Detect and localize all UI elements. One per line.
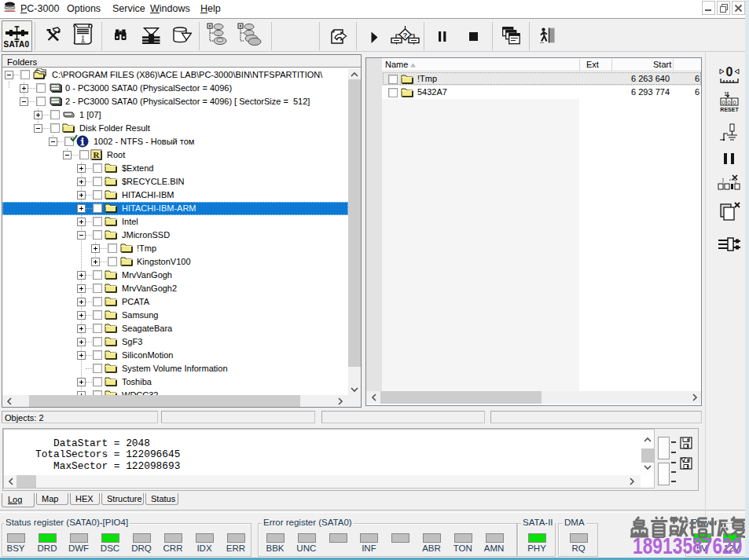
svg-text:0: 0 xyxy=(721,99,725,106)
svg-text:?: ? xyxy=(403,31,408,39)
svg-text:0: 0 xyxy=(726,65,733,79)
svg-text:0: 0 xyxy=(727,99,731,106)
svg-text:RESET: RESET xyxy=(720,107,739,112)
svg-text:0: 0 xyxy=(732,99,736,106)
